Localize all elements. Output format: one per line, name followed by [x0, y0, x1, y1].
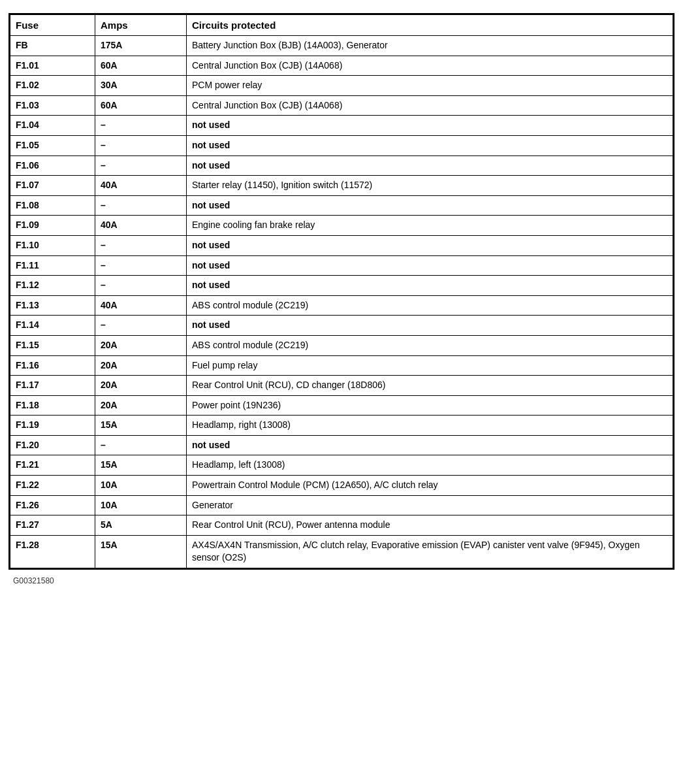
fuse-circuit: PCM power relay	[187, 76, 673, 96]
fuse-amps: 15A	[95, 455, 187, 476]
fuse-circuit: not used	[187, 435, 673, 455]
fuse-circuit: Engine cooling fan brake relay	[187, 216, 673, 236]
table-row: F1.275ARear Control Unit (RCU), Power an…	[10, 515, 673, 536]
fuse-id: F1.15	[10, 335, 95, 355]
fuse-amps: 10A	[95, 476, 187, 496]
table-row: F1.08–not used	[10, 195, 673, 216]
fuse-circuit: AX4S/AX4N Transmission, A/C clutch relay…	[187, 535, 673, 568]
fuse-id: F1.01	[10, 56, 95, 76]
image-reference: G00321580	[13, 576, 676, 585]
fuse-circuit: Generator	[187, 495, 673, 515]
fuse-circuit: Fuel pump relay	[187, 355, 673, 376]
fuse-amps: –	[95, 135, 187, 155]
fuse-amps: 40A	[95, 176, 187, 196]
fuse-table-container: Fuse Amps Circuits protected FB175ABatte…	[8, 13, 675, 570]
table-row: F1.20–not used	[10, 435, 673, 455]
fuse-id: F1.20	[10, 435, 95, 455]
fuse-amps: 175A	[95, 36, 187, 56]
fuse-circuit: Rear Control Unit (RCU), Power antenna m…	[187, 515, 673, 536]
fuse-id: F1.21	[10, 455, 95, 476]
fuse-amps: 20A	[95, 376, 187, 396]
fuse-id: F1.08	[10, 195, 95, 216]
table-row: F1.1820APower point (19N236)	[10, 395, 673, 416]
fuse-amps: –	[95, 435, 187, 455]
fuse-id: F1.02	[10, 76, 95, 96]
fuse-circuit: Headlamp, left (13008)	[187, 455, 673, 476]
fuse-amps: –	[95, 255, 187, 276]
fuse-circuit: not used	[187, 276, 673, 296]
fuse-amps: 40A	[95, 216, 187, 236]
table-row: FB175ABattery Junction Box (BJB) (14A003…	[10, 36, 673, 56]
fuse-circuit: not used	[187, 135, 673, 155]
fuse-id: F1.18	[10, 395, 95, 416]
fuse-circuit: Central Junction Box (CJB) (14A068)	[187, 95, 673, 116]
fuse-amps: 40A	[95, 295, 187, 316]
fuse-amps: –	[95, 276, 187, 296]
fuse-id: F1.03	[10, 95, 95, 116]
fuse-id: F1.11	[10, 255, 95, 276]
fuse-id: F1.14	[10, 316, 95, 336]
fuse-id: F1.27	[10, 515, 95, 536]
table-row: F1.2815AAX4S/AX4N Transmission, A/C clut…	[10, 535, 673, 568]
table-row: F1.1915AHeadlamp, right (13008)	[10, 416, 673, 436]
fuse-id: F1.04	[10, 116, 95, 136]
table-row: F1.1720ARear Control Unit (RCU), CD chan…	[10, 376, 673, 396]
fuse-amps: 5A	[95, 515, 187, 536]
table-row: F1.05–not used	[10, 135, 673, 155]
fuse-circuit: Rear Control Unit (RCU), CD changer (18D…	[187, 376, 673, 396]
fuse-table: Fuse Amps Circuits protected FB175ABatte…	[10, 14, 673, 568]
fuse-amps: –	[95, 116, 187, 136]
fuse-circuit: not used	[187, 316, 673, 336]
fuse-id: F1.17	[10, 376, 95, 396]
table-row: F1.0160ACentral Junction Box (CJB) (14A0…	[10, 56, 673, 76]
fuse-amps: –	[95, 155, 187, 176]
table-row: F1.2115AHeadlamp, left (13008)	[10, 455, 673, 476]
fuse-circuit: ABS control module (2C219)	[187, 295, 673, 316]
table-row: F1.14–not used	[10, 316, 673, 336]
fuse-circuit: Powertrain Control Module (PCM) (12A650)…	[187, 476, 673, 496]
table-row: F1.1520AABS control module (2C219)	[10, 335, 673, 355]
table-row: F1.10–not used	[10, 235, 673, 255]
fuse-circuit: not used	[187, 235, 673, 255]
fuse-circuit: not used	[187, 155, 673, 176]
fuse-amps: 20A	[95, 395, 187, 416]
fuse-id: F1.09	[10, 216, 95, 236]
header-circuits: Circuits protected	[187, 15, 673, 36]
fuse-amps: –	[95, 195, 187, 216]
fuse-amps: 60A	[95, 95, 187, 116]
header-fuse: Fuse	[10, 15, 95, 36]
table-row: F1.1620AFuel pump relay	[10, 355, 673, 376]
table-row: F1.0740AStarter relay (11450), Ignition …	[10, 176, 673, 196]
fuse-id: F1.06	[10, 155, 95, 176]
fuse-circuit: Headlamp, right (13008)	[187, 416, 673, 436]
fuse-amps: –	[95, 235, 187, 255]
table-row: F1.0360ACentral Junction Box (CJB) (14A0…	[10, 95, 673, 116]
table-row: F1.04–not used	[10, 116, 673, 136]
table-row: F1.06–not used	[10, 155, 673, 176]
table-row: F1.11–not used	[10, 255, 673, 276]
fuse-circuit: not used	[187, 255, 673, 276]
table-row: F1.2610AGenerator	[10, 495, 673, 515]
fuse-id: F1.22	[10, 476, 95, 496]
header-amps: Amps	[95, 15, 187, 36]
fuse-circuit: Central Junction Box (CJB) (14A068)	[187, 56, 673, 76]
table-row: F1.2210APowertrain Control Module (PCM) …	[10, 476, 673, 496]
fuse-id: F1.12	[10, 276, 95, 296]
fuse-id: F1.28	[10, 535, 95, 568]
fuse-circuit: ABS control module (2C219)	[187, 335, 673, 355]
fuse-id: F1.13	[10, 295, 95, 316]
table-row: F1.12–not used	[10, 276, 673, 296]
table-row: F1.0230APCM power relay	[10, 76, 673, 96]
fuse-circuit: Battery Junction Box (BJB) (14A003), Gen…	[187, 36, 673, 56]
fuse-id: F1.07	[10, 176, 95, 196]
fuse-circuit: Starter relay (11450), Ignition switch (…	[187, 176, 673, 196]
fuse-amps: 10A	[95, 495, 187, 515]
fuse-circuit: not used	[187, 195, 673, 216]
fuse-id: F1.26	[10, 495, 95, 515]
fuse-circuit: Power point (19N236)	[187, 395, 673, 416]
fuse-amps: 15A	[95, 416, 187, 436]
table-row: F1.0940AEngine cooling fan brake relay	[10, 216, 673, 236]
fuse-amps: 20A	[95, 355, 187, 376]
fuse-amps: 20A	[95, 335, 187, 355]
fuse-id: F1.19	[10, 416, 95, 436]
